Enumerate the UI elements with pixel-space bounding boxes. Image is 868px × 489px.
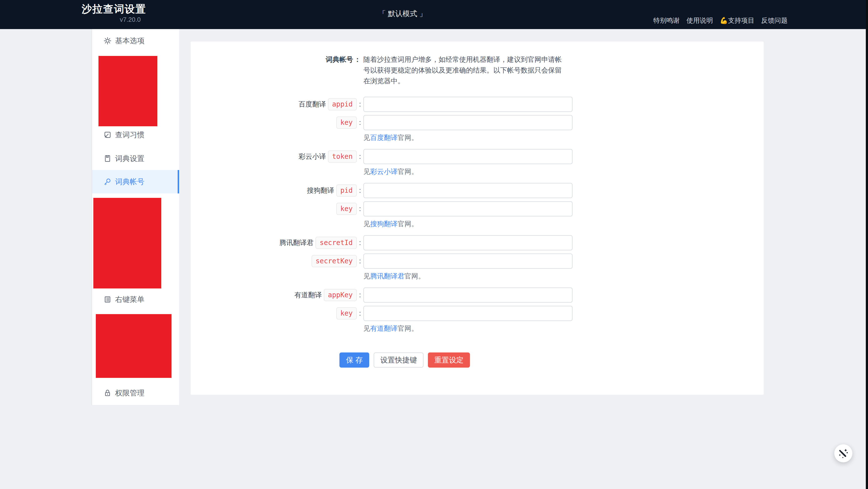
help-text: 见腾讯翻译君官网。 xyxy=(363,272,764,281)
settings-sidebar: 基本选项 查词习惯 词典设置 词典帐号 xyxy=(92,29,179,405)
dict-accounts-panel: 词典帐号： 随着沙拉查词用户增多，如经常使用机器翻译，建议到官网申请帐号以获得更… xyxy=(191,41,764,395)
app-title: 沙拉查词设置 xyxy=(82,3,179,15)
form-row: 百度翻译 appid : xyxy=(191,97,764,112)
sidebar-item-basic-options[interactable]: 基本选项 xyxy=(92,29,179,53)
reset-settings-button[interactable]: 重置设定 xyxy=(428,353,470,368)
text-select-icon xyxy=(103,131,112,139)
form-row: key : xyxy=(191,306,764,321)
param-chip: appid xyxy=(328,98,357,111)
help-text: 见彩云小译官网。 xyxy=(363,167,764,176)
sidebar-item-label: 右键菜单 xyxy=(115,295,145,304)
ad-image-placeholder[interactable] xyxy=(93,198,161,289)
caiyun-site-link[interactable]: 彩云小译 xyxy=(370,168,398,175)
sidebar-item-label: 词典设置 xyxy=(115,154,145,164)
service-label: 彩云小译 xyxy=(299,152,326,161)
param-chip: key xyxy=(336,117,357,129)
ad-image-placeholder[interactable] xyxy=(98,56,157,126)
param-chip: token xyxy=(328,151,357,163)
section-description: 随着沙拉查词用户增多，如经常使用机器翻译，建议到官网申请帐号以获得更稳定的体验以… xyxy=(363,54,567,87)
youdao-appkey-input[interactable] xyxy=(363,288,572,303)
baidu-key-input[interactable] xyxy=(363,115,572,130)
sidebar-item-dict-accounts[interactable]: 词典帐号 xyxy=(92,170,179,193)
sidebar-item-label: 查词习惯 xyxy=(115,130,145,140)
key-icon xyxy=(103,177,112,186)
param-chip: secretKey xyxy=(312,255,357,267)
gear-icon xyxy=(103,37,112,45)
form-actions: 保 存 设置快捷键 重置设定 xyxy=(339,353,764,368)
save-button[interactable]: 保 存 xyxy=(339,353,369,368)
section-label: 词典帐号 xyxy=(326,54,353,65)
service-label: 有道翻译 xyxy=(294,290,322,300)
manual-link[interactable]: 使用说明 xyxy=(686,17,713,25)
param-chip: secretId xyxy=(315,237,357,249)
header-links: 特别鸣谢 使用说明 💪支持项目 反馈问题 xyxy=(653,17,787,25)
sidebar-item-privileges[interactable]: 权限管理 xyxy=(92,381,179,405)
baidu-site-link[interactable]: 百度翻译 xyxy=(370,134,398,141)
quick-search-fab[interactable] xyxy=(834,444,852,462)
form-row: 彩云小译 token : xyxy=(191,149,764,164)
sogou-key-input[interactable] xyxy=(363,201,572,217)
form-row: secretKey : xyxy=(191,254,764,269)
sogou-pid-input[interactable] xyxy=(363,183,572,198)
baidu-appid-input[interactable] xyxy=(363,97,572,112)
book-icon xyxy=(103,154,112,163)
help-text: 见百度翻译官网。 xyxy=(363,133,764,142)
param-chip: key xyxy=(336,307,357,320)
service-label: 搜狗翻译 xyxy=(307,186,334,195)
set-shortcuts-button[interactable]: 设置快捷键 xyxy=(374,353,424,368)
sogou-site-link[interactable]: 搜狗翻译 xyxy=(370,220,398,228)
menu-list-icon xyxy=(103,295,112,304)
app-version: v7.20.0 xyxy=(82,15,179,24)
tencent-site-link[interactable]: 腾讯翻译君 xyxy=(370,272,404,280)
form-row: key : xyxy=(191,201,764,217)
support-project-link[interactable]: 💪支持项目 xyxy=(720,17,754,25)
window-edge-strip xyxy=(866,0,868,489)
sidebar-item-context-menu[interactable]: 右键菜单 xyxy=(92,288,179,311)
ad-image-placeholder[interactable] xyxy=(96,314,172,378)
youdao-key-input[interactable] xyxy=(363,306,572,321)
youdao-site-link[interactable]: 有道翻译 xyxy=(370,325,398,332)
service-label: 腾讯翻译君 xyxy=(279,238,313,248)
sidebar-item-label: 词典帐号 xyxy=(115,177,145,187)
help-text: 见有道翻译官网。 xyxy=(363,324,764,333)
lock-icon xyxy=(103,389,112,397)
param-chip: pid xyxy=(336,185,357,197)
form-row: key : xyxy=(191,115,764,130)
caiyun-token-input[interactable] xyxy=(363,149,572,164)
param-chip: appKey xyxy=(324,289,357,301)
tencent-secretkey-input[interactable] xyxy=(363,254,572,269)
sidebar-item-label: 权限管理 xyxy=(115,388,145,398)
credits-link[interactable]: 特别鸣谢 xyxy=(653,17,680,25)
magic-wand-icon xyxy=(838,448,849,459)
form-row: 有道翻译 appKey : xyxy=(191,288,764,303)
profile-mode-selector[interactable]: 「 默认模式 」 xyxy=(378,10,427,18)
param-chip: key xyxy=(336,203,357,215)
tencent-secretid-input[interactable] xyxy=(363,235,572,250)
help-text: 见搜狗翻译官网。 xyxy=(363,220,764,228)
sidebar-item-dict-settings[interactable]: 词典设置 xyxy=(92,147,179,170)
form-row: 腾讯翻译君 secretId : xyxy=(191,235,764,250)
service-label: 百度翻译 xyxy=(299,100,326,109)
feedback-link[interactable]: 反馈问题 xyxy=(761,17,787,25)
sidebar-item-search-habits[interactable]: 查词习惯 xyxy=(92,123,179,146)
form-row: 搜狗翻译 pid : xyxy=(191,183,764,198)
sidebar-item-label: 基本选项 xyxy=(115,36,145,46)
intro-row: 词典帐号： 随着沙拉查词用户增多，如经常使用机器翻译，建议到官网申请帐号以获得更… xyxy=(191,54,764,87)
header-title-block: 沙拉查词设置 v7.20.0 xyxy=(82,3,179,24)
app-header: 沙拉查词设置 v7.20.0 「 默认模式 」 特别鸣谢 使用说明 💪支持项目 … xyxy=(0,0,868,29)
